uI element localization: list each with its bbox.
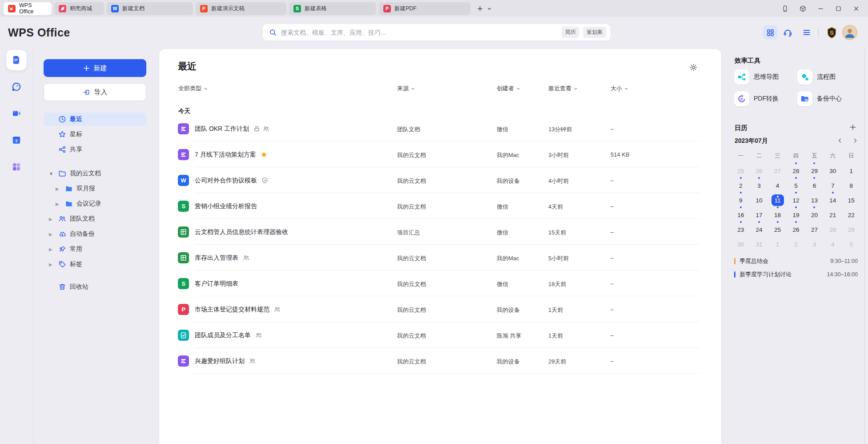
sidebar-item-my-cloud-docs[interactable]: ▼ 我的云文档 <box>44 167 146 180</box>
calendar-day[interactable]: 30 <box>731 235 750 250</box>
calendar-day[interactable]: 24 <box>750 221 768 235</box>
maximize-icon[interactable] <box>832 3 844 14</box>
calendar-day[interactable]: 4 <box>824 235 842 250</box>
calendar-event[interactable]: 新季度学习计划讨论 14:30–16:00 <box>734 269 858 280</box>
filter-source[interactable]: 来源 <box>397 85 415 93</box>
add-event-plus-icon[interactable] <box>848 123 857 132</box>
calendar-day[interactable]: 16 <box>731 206 750 221</box>
rail-chat-icon[interactable] <box>6 77 27 97</box>
rail-docs-icon[interactable] <box>6 50 27 70</box>
calendar-day[interactable]: 21 <box>824 206 842 221</box>
file-row[interactable]: 团队成员及分工名单 我的云文档 陈旭 共享 1天前 – <box>159 322 721 348</box>
search-bar[interactable]: 简历策划案 <box>263 24 611 40</box>
calendar-day[interactable]: 27 <box>768 162 787 177</box>
calendar-day[interactable]: 14 <box>824 191 842 206</box>
calendar-day[interactable]: 25 <box>731 162 750 177</box>
rail-meeting-icon[interactable] <box>6 103 27 124</box>
calendar-day[interactable]: 8 <box>842 177 860 191</box>
tool-backup-center[interactable]: 备份中心 <box>797 91 842 106</box>
caret-right-icon[interactable]: ▶ <box>49 217 58 222</box>
filter-size[interactable]: 大小 <box>611 85 628 93</box>
calendar-day[interactable]: 2 <box>731 177 750 191</box>
calendar-day[interactable]: 31 <box>750 235 768 250</box>
calendar-day[interactable]: 27 <box>805 221 824 235</box>
mobile-icon[interactable] <box>779 3 791 14</box>
calendar-day[interactable]: 13 <box>805 191 824 206</box>
calendar-day[interactable]: 3 <box>750 177 768 191</box>
tool-pdf-convert[interactable]: P PDF转换 <box>734 91 779 106</box>
prev-month-icon[interactable] <box>836 136 844 145</box>
calendar-day[interactable]: 18 <box>768 206 787 221</box>
caret-down-icon[interactable]: ▼ <box>49 171 58 176</box>
calendar-day[interactable]: 11 <box>768 191 787 206</box>
sidebar-item-meeting-notes[interactable]: ▶ 会议记录 <box>44 197 146 210</box>
calendar-day[interactable]: 5 <box>842 235 860 250</box>
tool-flowchart[interactable]: 流程图 <box>797 69 836 85</box>
rail-calendar-icon[interactable]: 7 <box>6 130 27 150</box>
file-row[interactable]: 团队 OKR 工作计划 团队文档 微信 13分钟前 – <box>159 116 721 141</box>
file-row[interactable]: S 客户订单明细表 我的云文档 微信 18天前 – <box>159 270 721 296</box>
search-tag-chip[interactable]: 策划案 <box>583 27 606 38</box>
calendar-day[interactable]: 30 <box>824 162 842 177</box>
calendar-day[interactable]: 23 <box>731 221 750 235</box>
calendar-day[interactable]: 22 <box>842 206 860 221</box>
settings-gear-icon[interactable] <box>688 62 699 73</box>
calendar-day[interactable]: 26 <box>787 221 805 235</box>
filter-last-viewed[interactable]: 最近查看 <box>548 85 578 93</box>
app-tab[interactable]: WPS Office <box>4 2 52 15</box>
new-tab-button[interactable] <box>477 5 483 12</box>
app-tab[interactable]: 稻壳商城 <box>54 2 104 15</box>
caret-right-icon[interactable]: ▶ <box>49 262 58 267</box>
close-icon[interactable] <box>850 3 862 14</box>
workspace-icon[interactable] <box>797 3 808 14</box>
sidebar-item-bimonthly[interactable]: ▶ 双月报 <box>44 182 146 195</box>
calendar-day[interactable]: 9 <box>731 191 750 206</box>
calendar-day[interactable]: 29 <box>842 221 860 235</box>
calendar-day[interactable]: 6 <box>805 177 824 191</box>
calendar-day[interactable]: 4 <box>768 177 787 191</box>
next-month-icon[interactable] <box>851 136 860 145</box>
file-row[interactable]: S 营销小组业绩分析报告 我的云文档 微信 4天前 – <box>159 193 721 219</box>
app-tab[interactable]: P 新建演示文稿 <box>196 2 286 15</box>
import-button[interactable]: 导入 <box>44 83 146 101</box>
calendar-day[interactable]: 10 <box>750 191 768 206</box>
sidebar-item-team-docs[interactable]: ▶ 团队文档 <box>44 212 146 226</box>
calendar-day[interactable]: 17 <box>750 206 768 221</box>
caret-right-icon[interactable]: ▶ <box>49 247 58 252</box>
sidebar-item-tags[interactable]: ▶ 标签 <box>44 258 146 271</box>
tab-list-chevron-down-icon[interactable] <box>487 6 492 11</box>
caret-right-icon[interactable]: ▶ <box>56 202 65 206</box>
menu-icon[interactable] <box>801 27 812 38</box>
file-row[interactable]: P 市场主体登记提交材料规范 我的云文档 我的设备 1天前 – <box>159 296 721 322</box>
sidebar-item-starred[interactable]: 星标 <box>44 128 146 141</box>
calendar-day[interactable]: 1 <box>842 162 860 177</box>
minimize-icon[interactable] <box>815 3 826 14</box>
calendar-day[interactable]: 28 <box>824 221 842 235</box>
sidebar-item-shared[interactable]: 共享 <box>44 143 146 156</box>
calendar-day[interactable]: 20 <box>805 206 824 221</box>
new-document-button[interactable]: 新建 <box>44 59 146 77</box>
filter-all-types[interactable]: 全部类型 <box>178 85 208 93</box>
rail-apps-icon[interactable] <box>6 157 27 177</box>
caret-right-icon[interactable]: ▶ <box>49 232 58 237</box>
calendar-event[interactable]: 季度总结会 9:30–11:00 <box>734 255 858 267</box>
calendar-day[interactable]: 12 <box>787 191 805 206</box>
calendar-day[interactable]: 26 <box>750 162 768 177</box>
calendar-day[interactable]: 5 <box>787 177 805 191</box>
calendar-day[interactable]: 7 <box>824 177 842 191</box>
file-row[interactable]: 7 月线下活动策划方案 我的云文档 我的Mac 3小时前 514 KB <box>159 141 721 167</box>
file-row[interactable]: 库存出入管理表 我的云文档 我的Mac 5小时前 – <box>159 245 721 270</box>
app-tab[interactable]: P 新建PDF <box>379 2 470 15</box>
app-tab[interactable]: S 新建表格 <box>289 2 376 15</box>
sidebar-item-trash[interactable]: 回收站 <box>44 280 146 294</box>
search-tag-chip[interactable]: 简历 <box>562 27 579 38</box>
calendar-day[interactable]: 2 <box>787 235 805 250</box>
calendar-day[interactable]: 3 <box>805 235 824 250</box>
calendar-day[interactable]: 1 <box>768 235 787 250</box>
member-badge-icon[interactable]: S <box>825 26 838 39</box>
calendar-day[interactable]: 29 <box>805 162 824 177</box>
avatar[interactable] <box>842 25 857 40</box>
file-row[interactable]: W 公司对外合作协议模板 我的云文档 我的设备 4小时前 – <box>159 167 721 193</box>
calendar-day[interactable]: 25 <box>768 221 787 235</box>
apps-grid-icon[interactable] <box>763 25 777 40</box>
